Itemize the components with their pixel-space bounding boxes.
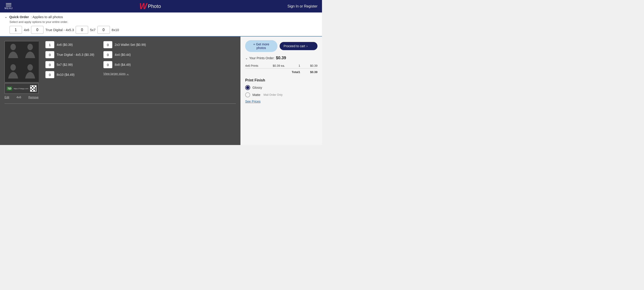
photo-thumbnails: 7|D https://7idapp.com Edit 4x6 Remove	[4, 41, 38, 99]
print-finish-title: Print Finish	[245, 78, 318, 82]
product-cell: 4x6 Prints	[245, 63, 272, 69]
photo-divider	[4, 103, 236, 104]
qty-8x10-input[interactable]	[98, 26, 110, 34]
order-summary: ⌄ Your Prints Order: $0.39 4x6 Prints $0…	[245, 56, 318, 75]
glossy-radio-fill	[246, 86, 249, 89]
qty-4x4-option[interactable]: 0	[103, 51, 112, 58]
person-silhouette-1	[7, 43, 20, 60]
label-4x4: 4x4 ($0.44)	[115, 53, 131, 57]
quick-order-subtitle: Select and apply options to your entire …	[10, 20, 318, 24]
quick-order-inputs: 4x6 True Digital - 4x5.3 5x7 8x10	[10, 26, 318, 34]
option-5x7: 0 5x7 ($2.99)	[45, 61, 94, 68]
print-finish-section: Print Finish Glossy Matte Mail Order Onl…	[245, 78, 318, 103]
order-title-text: Your Prints Order:	[249, 56, 275, 60]
size-true-digital-label: True Digital - 4x5.3	[45, 28, 74, 32]
edit-photo-link[interactable]: Edit	[4, 96, 9, 99]
logo: W Photo	[139, 2, 161, 11]
quick-order-toggle[interactable]: ⌄ Quick Order : Applies to all photos	[4, 15, 318, 19]
option-true-digital: 0 True Digital - 4x5.3 ($0.39)	[45, 51, 94, 58]
action-buttons: + Get more photos Proceed to cart ›	[245, 40, 318, 52]
matte-radio[interactable]	[245, 92, 250, 97]
proceed-label: Proceed to cart	[284, 44, 305, 48]
photo-item: 7|D https://7idapp.com Edit 4x6 Remove	[4, 41, 236, 99]
photo-cell-1	[5, 41, 22, 62]
total-row: Total 1 $0.39	[245, 69, 318, 75]
print-options-right-col: 0 2x3 Wallet Set ($0.99) 0 4x4 ($0.44) 0…	[103, 41, 146, 78]
matte-label: Matte	[252, 93, 260, 97]
quick-order-bar: ⌄ Quick Order : Applies to all photos Se…	[0, 13, 322, 37]
label-true-digital: True Digital - 4x5.3 ($0.39)	[57, 53, 94, 57]
chevron-down-icon: ⌄	[4, 15, 8, 19]
qty-true-digital-option[interactable]: 0	[45, 51, 54, 58]
photo-actions: Edit 4x6 Remove	[4, 95, 38, 99]
photo-size-display: 4x6	[16, 95, 21, 99]
print-options: 1 4x6 ($0.39) 0 True Digital - 4x5.3 ($0…	[45, 41, 236, 78]
remove-photo-link[interactable]: Remove	[28, 96, 38, 99]
qty-wallet-option[interactable]: 0	[103, 41, 112, 48]
view-larger-label: View larger sizes	[103, 72, 126, 75]
glossy-radio[interactable]	[245, 85, 250, 90]
option-wallet: 0 2x3 Wallet Set ($0.99)	[103, 41, 146, 48]
option-4x4: 0 4x4 ($0.44)	[103, 51, 146, 58]
total-text-cell: Total	[272, 69, 298, 75]
size-4x6-label: 4x6	[24, 28, 29, 32]
svg-point-3	[28, 64, 33, 71]
option-8x8: 0 8x8 ($4.49)	[103, 61, 146, 68]
print-options-left-col: 1 4x6 ($0.39) 0 True Digital - 4x5.3 ($0…	[45, 41, 94, 78]
person-silhouette-3	[7, 64, 20, 80]
glossy-label: Glossy	[252, 86, 262, 89]
person-silhouette-4	[24, 64, 36, 80]
label-5x7: 5x7 ($2.99)	[57, 63, 73, 66]
svg-point-0	[10, 44, 16, 50]
label-4x6: 4x6 ($0.39)	[57, 43, 73, 47]
app-header: MENU W Photo Sign In or Register	[0, 0, 322, 13]
label-8x10: 8x10 ($4.49)	[57, 73, 74, 76]
option-8x10: 0 8x10 ($4.49)	[45, 71, 94, 78]
quick-order-bold: Quick Order	[9, 15, 29, 19]
svg-point-2	[10, 64, 16, 71]
mail-order-only-label: Mail Order Only	[264, 93, 282, 96]
label-wallet: 2x3 Wallet Set ($0.99)	[115, 43, 146, 47]
size-5x7-label: 5x7	[90, 28, 96, 32]
total-label-cell	[245, 69, 272, 75]
logo-w: W	[139, 2, 147, 11]
qty-8x10-option[interactable]: 0	[45, 71, 54, 78]
svg-point-1	[28, 44, 33, 50]
qty-true-digital-input[interactable]	[31, 26, 44, 34]
view-larger-sizes[interactable]: View larger sizes ⌄	[103, 72, 146, 75]
order-table: 4x6 Prints $0.39 ea. 1 $0.39 Total 1 $0.…	[245, 63, 318, 75]
sign-in-link[interactable]: Sign In or Register	[287, 4, 318, 9]
menu-label: MENU	[4, 7, 13, 10]
qty-4x6-input[interactable]	[10, 26, 22, 34]
menu-button[interactable]: MENU	[4, 3, 13, 10]
photo-cell-2	[22, 41, 39, 62]
glossy-option[interactable]: Glossy	[245, 85, 318, 90]
photo-url-text: https://7idapp.com	[14, 88, 29, 90]
qty-5x7-input[interactable]	[76, 26, 88, 34]
qr-code-icon	[30, 85, 36, 92]
logo-photo: Photo	[148, 4, 161, 9]
get-more-photos-button[interactable]: + Get more photos	[245, 40, 277, 52]
total-cell: $0.39	[302, 63, 318, 69]
collapse-icon[interactable]: ⌄	[245, 56, 248, 60]
seven-id-logo: 7|D	[6, 86, 12, 91]
qty-8x8-option[interactable]: 0	[103, 61, 112, 68]
photo-list-panel: 7|D https://7idapp.com Edit 4x6 Remove	[0, 37, 240, 145]
proceed-arrow-icon: ›	[306, 44, 308, 48]
order-summary-panel: + Get more photos Proceed to cart › ⌄ Yo…	[240, 37, 322, 145]
proceed-to-cart-button[interactable]: Proceed to cart ›	[280, 42, 318, 50]
price-each-cell: $0.39 ea.	[272, 63, 298, 69]
order-total-price: $0.39	[276, 56, 286, 60]
matte-option[interactable]: Matte Mail Order Only	[245, 92, 318, 97]
size-8x10-label: 8x10	[112, 28, 119, 32]
chevron-down-larger-icon: ⌄	[126, 72, 129, 75]
person-silhouette-2	[24, 43, 36, 60]
total-qty-cell: 1	[298, 69, 302, 75]
see-prices-link[interactable]: See Prices	[245, 100, 318, 103]
quick-order-rest: : Applies to all photos	[31, 15, 63, 19]
qty-cell: 1	[298, 63, 302, 69]
label-8x8: 8x8 ($4.49)	[115, 63, 131, 66]
order-title: ⌄ Your Prints Order: $0.39	[245, 56, 318, 60]
qty-5x7-option[interactable]: 0	[45, 61, 54, 68]
qty-4x6-option[interactable]: 1	[45, 41, 54, 48]
